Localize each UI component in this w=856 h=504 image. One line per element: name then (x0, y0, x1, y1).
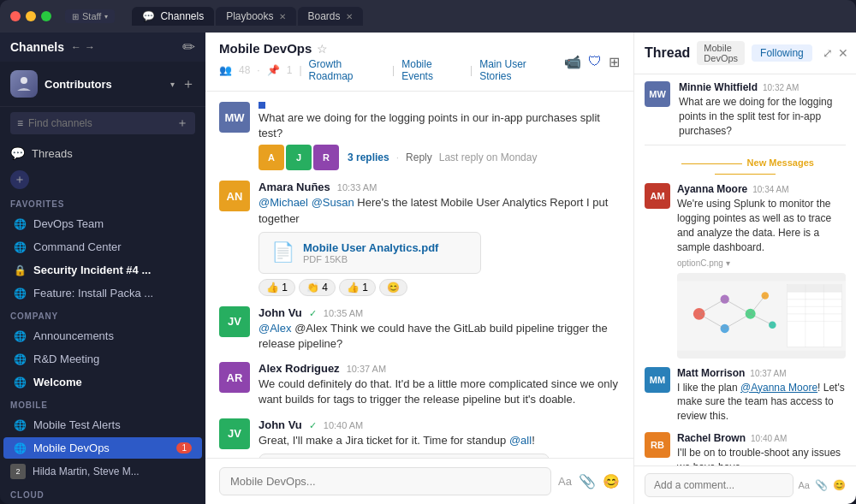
message-header: Alex Rodriguez 10:37 AM (259, 362, 620, 375)
sidebar-item-label: R&D Meeting (33, 353, 99, 365)
reaction-thumbsup[interactable]: 👍 1 (259, 279, 295, 296)
tab-channels[interactable]: 💬 Channels (132, 7, 214, 26)
compose-icon[interactable]: ✏ (182, 38, 195, 56)
threads-label: Threads (32, 147, 73, 160)
attach-file-icon[interactable]: 📎 (579, 473, 596, 489)
svg-rect-2 (787, 284, 841, 347)
workspace-header[interactable]: Contributors ▾ ＋ (0, 62, 205, 107)
find-channels-bar[interactable]: ≡ ＋ (10, 112, 195, 134)
nav-back-icon[interactable]: ← (71, 41, 81, 53)
attach-file-icon[interactable]: 📎 (815, 479, 828, 491)
globe-icon: 🌐 (14, 218, 27, 230)
tab-playbooks[interactable]: Playbooks ✕ (216, 7, 295, 26)
sidebar-item-rd[interactable]: 🌐 R&D Meeting (3, 348, 202, 370)
tab-playbooks-close[interactable]: ✕ (279, 12, 286, 21)
sidebar-item-devops[interactable]: 🌐 DevOps Team (3, 213, 202, 234)
format-text-icon[interactable]: Aa (558, 475, 572, 488)
tab-boards[interactable]: Boards ✕ (298, 7, 363, 26)
message-author: Amara Nuñes (259, 181, 330, 193)
file-name[interactable]: Mobile User Analytics.pdf (303, 241, 438, 254)
thread-following-button[interactable]: Following (752, 44, 812, 62)
shield-icon[interactable]: 🛡 (588, 54, 602, 70)
file-attachment[interactable]: 📄 Mobile User Analytics.pdf PDF 15KB (259, 232, 481, 274)
expand-icon[interactable]: ⤢ (823, 46, 833, 60)
thread-replies-count[interactable]: 3 replies (348, 151, 389, 163)
mention-alex[interactable]: @Alex (259, 322, 292, 335)
sidebar-item-hildamartin[interactable]: 2 Hilda Martin, Steve M... (0, 460, 205, 483)
close-button[interactable] (10, 11, 21, 21)
thread-comment-input[interactable] (645, 473, 794, 497)
sidebar-item-feature[interactable]: 🌐 Feature: Install Packa ... (3, 282, 202, 304)
origin-msg-body: Minnie Whitfield 10:32 AM What are we do… (679, 81, 846, 138)
reply-link[interactable]: Reply (406, 151, 432, 163)
mention-michael[interactable]: @Michael (259, 196, 308, 209)
layout-icon[interactable]: ⊞ (609, 54, 620, 70)
thread-msg-text: I like the plan @Ayanna Moore! Let's mak… (677, 381, 846, 424)
member-count-icon: 👥 (219, 64, 232, 76)
message-text: @Michael @Susan Here's the latest Mobile… (259, 195, 620, 226)
sidebar-item-threads[interactable]: 💬 Threads (0, 139, 205, 167)
globe-icon: 🌐 (14, 288, 27, 299)
channel-star-icon[interactable]: ☆ (317, 42, 328, 56)
thread-avatar: J (286, 145, 312, 170)
emoji-icon[interactable]: 😊 (833, 479, 846, 491)
svg-rect-3 (787, 284, 841, 292)
sidebar-item-label: Mobile Test Alerts (33, 418, 121, 431)
emoji-icon[interactable]: 😊 (603, 473, 620, 489)
channel-message-input[interactable] (219, 467, 551, 495)
origin-time: 10:32 AM (763, 83, 799, 92)
image-label: optionC.png ▾ (677, 258, 846, 268)
mention-all[interactable]: @all (509, 434, 532, 447)
sidebar-item-label: Hilda Martin, Steve M... (33, 465, 140, 477)
nav-forward-icon[interactable]: → (85, 41, 95, 53)
last-reply-text: Last reply on Monday (439, 151, 538, 163)
app-menu[interactable]: ⊞ Staff ▾ (65, 9, 115, 23)
message-text: What are we doing for the logging points… (259, 110, 620, 141)
app-label: Staff (82, 11, 101, 21)
message-time: 10:35 AM (324, 308, 363, 318)
verified-icon: ✓ (309, 308, 317, 319)
message-body: John Vu ✓ 10:40 AM Great, I'll make a Ji… (259, 418, 620, 459)
globe-icon: 🌐 (14, 442, 27, 454)
add-channel-icon[interactable]: ＋ (176, 116, 188, 131)
sidebar-item-mobiletest[interactable]: 🌐 Mobile Test Alerts (3, 414, 202, 436)
thread-avatar: A (259, 145, 284, 170)
sidebar-item-security[interactable]: 🔒 Security Incident #4 ... (3, 259, 202, 281)
message-header: John Vu ✓ 10:40 AM (259, 418, 620, 431)
sidebar-item-welcome[interactable]: 🌐 Welcome (3, 371, 202, 393)
mention-susan[interactable]: @Susan (312, 196, 354, 209)
reaction-clap[interactable]: 👏 4 (299, 279, 336, 296)
format-text-icon[interactable]: Aa (799, 480, 810, 490)
tab-boards-close[interactable]: ✕ (346, 12, 353, 21)
link-mobile-events[interactable]: Mobile Events (401, 58, 463, 82)
nav-arrows[interactable]: ← → (71, 41, 95, 53)
message-header: Amara Nuñes 10:33 AM (259, 181, 620, 193)
thread-origin-message: MW Minnie Whitfield 10:32 AM What are we… (645, 81, 846, 145)
table-row: JV John Vu ✓ 10:35 AM @Alex @Alex Think … (219, 306, 620, 352)
add-workspace-button[interactable]: ＋ (181, 75, 195, 93)
thread-msg-text: I'll be on to trouble-shoot any issues w… (677, 446, 846, 465)
reaction-smile[interactable]: 😊 (379, 279, 407, 296)
channel-header: Mobile DevOps ☆ 👥 48 · 📌 1 | Growth Road… (205, 33, 633, 92)
reaction-thumbsup2[interactable]: 👍 1 (339, 279, 376, 296)
sidebar-item-mobiledevops[interactable]: 🌐 Mobile DevOps 1 (3, 437, 202, 459)
maximize-button[interactable] (41, 11, 51, 21)
sidebar-item-announcements[interactable]: 🌐 Announcements (3, 325, 202, 347)
find-channels-input[interactable] (28, 117, 171, 129)
thread-title: Thread (645, 45, 690, 61)
thread-messages: MW Minnie Whitfield 10:32 AM What are we… (634, 74, 856, 465)
mention-ayanna[interactable]: @Ayanna Moore (740, 382, 817, 394)
thread-channel-tag: Mobile DevOps (697, 41, 745, 65)
link-main-user-stories[interactable]: Main User Stories (479, 58, 557, 82)
video-icon[interactable]: 📹 (564, 54, 581, 70)
filter-icon: ≡ (17, 117, 23, 129)
thread-msg-header: Ayanna Moore 10:34 AM (677, 183, 846, 195)
chevron-down-icon: ▾ (104, 13, 108, 21)
close-thread-icon[interactable]: ✕ (838, 46, 848, 60)
minimize-button[interactable] (26, 11, 36, 21)
add-section-button[interactable]: ＋ (10, 170, 29, 189)
message-time: 10:40 AM (324, 420, 363, 430)
thread-comment-input-area: Aa 📎 😊 (634, 465, 856, 504)
link-growth-roadmap[interactable]: Growth Roadmap (309, 58, 386, 82)
sidebar-item-command-center[interactable]: 🌐 Command Center (3, 236, 202, 258)
